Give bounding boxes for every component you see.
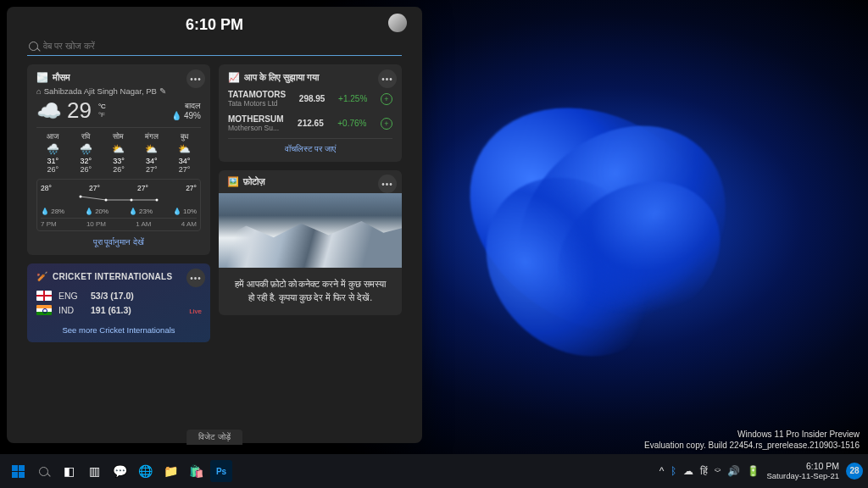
battery-icon[interactable]: 🔋 <box>747 465 760 477</box>
weather-title: मौसम <box>53 72 70 83</box>
photos-more-button[interactable]: ••• <box>378 175 397 193</box>
match-row: ENG53/3 (17.0) <box>36 291 201 301</box>
photoshop-icon[interactable]: Ps <box>210 460 232 482</box>
bluetooth-icon[interactable]: ᛒ <box>670 465 676 477</box>
volume-icon[interactable]: 🔊 <box>727 465 740 477</box>
user-avatar[interactable] <box>388 14 407 32</box>
forecast-day[interactable]: रवि🌧️32°26° <box>70 132 103 174</box>
start-button[interactable] <box>7 460 29 482</box>
svg-point-0 <box>80 196 82 198</box>
search-bar[interactable] <box>27 38 402 56</box>
search-input[interactable] <box>43 41 400 51</box>
widgets-button[interactable]: ▥ <box>83 460 105 482</box>
search-button[interactable] <box>32 460 54 482</box>
cricket-card[interactable]: 🏏CRICKET INTERNATIONALS ••• Live ENG53/3… <box>27 263 210 342</box>
edit-icon[interactable]: ✎ <box>159 86 166 96</box>
weather-more-button[interactable]: ••• <box>186 69 205 88</box>
stocks-title: आप के लिए सुझाया गया <box>244 72 319 83</box>
photos-preview-image <box>219 193 402 268</box>
chat-button[interactable]: 💬 <box>108 460 131 482</box>
match-row: IND191 (61.3) <box>36 305 201 315</box>
stock-row[interactable]: TATAMOTORSTata Motors Ltd298.95+1.25%+ <box>228 90 392 108</box>
wifi-icon[interactable]: ⌔ <box>715 465 721 477</box>
flag-icon <box>36 305 52 315</box>
stocks-icon: 📈 <box>228 72 240 83</box>
store-icon[interactable]: 🛍️ <box>185 460 207 482</box>
cricket-more-button[interactable]: ••• <box>186 269 205 287</box>
humidity: 💧 49% <box>171 111 201 120</box>
forecast-day[interactable]: आज🌧️31°26° <box>36 132 70 174</box>
search-icon <box>29 42 38 51</box>
photos-card[interactable]: 🖼️फ़ोटोज़ ••• हमें आपकी फ़ोटो को कनेक्ट … <box>219 170 402 315</box>
notification-count[interactable]: 28 <box>846 463 863 480</box>
weather-icon: 🌫️ <box>36 72 48 83</box>
add-stock-button[interactable]: + <box>381 93 392 105</box>
panel-clock: 6:10 PM <box>27 16 402 34</box>
task-view-button[interactable]: ◧ <box>58 460 80 482</box>
taskbar-clock[interactable]: 6:10 PM Saturday-11-Sep-21 <box>766 462 839 480</box>
explorer-icon[interactable]: 📁 <box>159 460 181 482</box>
current-temp: 29 <box>67 97 92 124</box>
weather-condition: बादल <box>171 101 201 111</box>
build-watermark: Windows 11 Pro Insider Preview Evaluatio… <box>644 429 860 451</box>
photos-icon: 🖼️ <box>227 176 239 187</box>
flag-icon <box>36 291 52 301</box>
weather-card[interactable]: 🌫️मौसम ••• ⌂Sahibzada Ajit Singh Nagar, … <box>27 64 210 255</box>
add-stock-button[interactable]: + <box>381 118 392 130</box>
widgets-panel: 6:10 PM 🌫️मौसम ••• ⌂Sahibzada Ajit Singh… <box>7 7 422 443</box>
cricket-icon: 🏏 <box>36 271 48 282</box>
taskbar: ◧ ▥ 💬 🌐 📁 🛍️ Ps ^ ᛒ ☁ हिं ⌔ 🔊 🔋 6:10 PM … <box>0 454 868 488</box>
cloud-icon: ☁️ <box>36 99 62 123</box>
language-indicator[interactable]: हिं <box>700 465 708 477</box>
weather-location: Sahibzada Ajit Singh Nagar, PB <box>44 86 157 96</box>
cricket-more-link[interactable]: See more Cricket Internationals <box>36 325 201 335</box>
add-widget-button[interactable]: विजेट जोड़ें <box>186 430 242 445</box>
home-icon: ⌂ <box>36 86 42 96</box>
forecast-day[interactable]: बुध⛅34°27° <box>168 132 201 174</box>
stock-row[interactable]: MOTHERSUMMotherson Su...212.65+0.76%+ <box>228 114 392 132</box>
tray-expand-icon[interactable]: ^ <box>659 465 665 477</box>
stocks-more-button[interactable]: ••• <box>378 69 397 88</box>
temp-unit-toggle[interactable]: °C°F <box>98 103 106 119</box>
live-badge: Live <box>189 308 202 315</box>
forecast-day[interactable]: मंगल⛅34°27° <box>135 132 168 174</box>
svg-point-1 <box>105 199 108 202</box>
onedrive-icon[interactable]: ☁ <box>683 465 693 477</box>
stocks-watchlist-link[interactable]: वॉचलिस्ट पर जाएं <box>228 138 392 154</box>
forecast-day[interactable]: सोम⛅33°26° <box>103 132 136 174</box>
svg-point-3 <box>156 199 159 202</box>
photos-error-message: हमें आपकी फ़ोटो को कनेक्ट करने में कुछ स… <box>219 268 402 315</box>
stocks-card[interactable]: 📈आप के लिए सुझाया गया ••• TATAMOTORSTata… <box>219 64 402 162</box>
svg-point-2 <box>131 199 133 202</box>
photos-title: फ़ोटोज़ <box>243 176 265 187</box>
weather-full-forecast-link[interactable]: पूरा पूर्वानुमान देखें <box>36 237 201 247</box>
edge-icon[interactable]: 🌐 <box>134 460 156 482</box>
cricket-title: CRICKET INTERNATIONALS <box>53 272 172 281</box>
